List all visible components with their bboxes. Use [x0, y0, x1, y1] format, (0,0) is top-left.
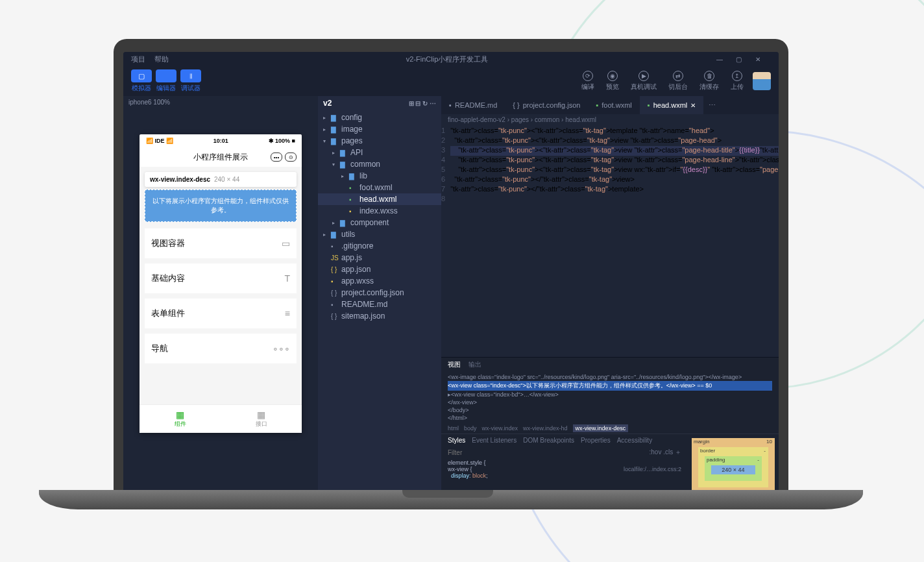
action-上传[interactable]: ↥上传 — [731, 71, 744, 92]
laptop-frame: 项目 帮助 v2-FinClip小程序开发工具 —▢✕ ▢模拟器编辑器⫴调试器 … — [114, 39, 788, 493]
explorer-actions[interactable]: ⊞ ⊟ ↻ ⋯ — [409, 100, 436, 107]
code-editor[interactable]: 12345678 "tk-attr">class="tk-punc"><"tk-… — [441, 125, 779, 357]
item-icon: ∘∘∘ — [273, 343, 290, 354]
editor-tabbar: ▪README.md{ }project.config.json▪foot.wx… — [441, 96, 779, 114]
breadcrumb-item[interactable]: common — [535, 116, 565, 123]
close-icon[interactable]: ✕ — [690, 102, 696, 109]
css-rules[interactable]: element.style {</span>.index-desc {</div… — [441, 458, 688, 480]
box-model: margin10 border- padding- 240 × 44 — [688, 434, 779, 493]
tabbar-item[interactable]: ▦接口 — [221, 405, 302, 433]
styles-subtab[interactable]: Properties — [581, 437, 611, 444]
dom-crumb[interactable]: wx-view.index-desc — [573, 424, 629, 432]
action-编译[interactable]: ⟳编译 — [581, 71, 594, 92]
tree-folder[interactable]: ▸▇config — [318, 112, 441, 123]
inspect-tooltip: wx-view.index-desc240 × 44 — [145, 172, 297, 187]
dom-node[interactable]: </body> — [448, 406, 772, 414]
dom-crumb[interactable]: wx-view.index — [482, 425, 518, 432]
tree-file[interactable]: JSapp.js — [318, 252, 441, 263]
devtools-tab[interactable]: 视图 — [448, 360, 461, 369]
tree-file[interactable]: ▪.gitignore — [318, 240, 441, 252]
action-真机调试[interactable]: ▶真机调试 — [631, 71, 657, 92]
menubar: 项目 帮助 v2-FinClip小程序开发工具 —▢✕ — [123, 52, 779, 66]
breadcrumb: fino-applet-demo-v2pagescommonhead.wxml — [441, 114, 779, 125]
explorer-root[interactable]: v2 — [323, 99, 332, 108]
styles-filter-input[interactable] — [448, 448, 650, 457]
tree-file[interactable]: ▪app.wxss — [318, 275, 441, 287]
simulator-device-label: iphone6 100% — [123, 96, 318, 108]
tree-folder[interactable]: ▸▇utils — [318, 228, 441, 240]
tree-folder[interactable]: ▸▇image — [318, 123, 441, 135]
statusbar-left: 📶 IDE 📶 — [146, 138, 173, 144]
action-切后台[interactable]: ⇄切后台 — [668, 71, 688, 92]
toolbar: ▢模拟器编辑器⫴调试器 ⟳编译◉预览▶真机调试⇄切后台🗑清缓存↥上传 — [123, 66, 779, 96]
tree-folder[interactable]: ▸▇lib — [318, 170, 441, 182]
dom-node[interactable]: <wx-view class="index-desc">以下将展示小程序官方组件… — [448, 381, 772, 391]
window-controls[interactable]: —▢✕ — [716, 56, 771, 63]
phone-preview: 📶 IDE 📶 10:01 ✱ 100% ■ 小程序组件展示 ••• ⊙ — [140, 134, 302, 433]
list-item[interactable]: 基础内容T — [145, 263, 297, 293]
editor-tab[interactable]: { }project.config.json — [505, 96, 588, 114]
tree-folder[interactable]: ▸▇API — [318, 147, 441, 158]
editor-tab[interactable]: ▪README.md — [441, 96, 505, 114]
statusbar-battery: ✱ 100% ■ — [269, 138, 295, 144]
styles-subtab[interactable]: DOM Breakpoints — [523, 437, 574, 444]
capsule-close-icon[interactable]: ⊙ — [285, 153, 297, 162]
dom-crumb[interactable]: html — [448, 425, 459, 432]
list-item[interactable]: 视图容器▭ — [145, 228, 297, 258]
highlighted-element: 以下将展示小程序官方组件能力，组件样式仅供参考。 — [145, 189, 297, 222]
tree-folder[interactable]: ▸▇component — [318, 217, 441, 228]
statusbar-time: 10:01 — [213, 138, 228, 144]
dom-node[interactable]: <wx-image class="index-logo" src="../res… — [448, 373, 772, 381]
styles-subtab[interactable]: Event Listeners — [472, 437, 517, 444]
editor-tab[interactable]: ▪head.wxml✕ — [640, 96, 703, 114]
tree-file[interactable]: { }project.config.json — [318, 287, 441, 299]
breadcrumb-item[interactable]: head.wxml — [565, 116, 596, 123]
styles-filter-actions[interactable]: :hov .cls ＋ — [650, 448, 681, 457]
capsule-menu-icon[interactable]: ••• — [271, 153, 282, 162]
dom-crumb[interactable]: wx-view.index-hd — [523, 425, 568, 432]
tree-folder[interactable]: ▾▇pages — [318, 135, 441, 147]
action-预览[interactable]: ◉预览 — [606, 71, 619, 92]
menu-project[interactable]: 项目 — [131, 55, 145, 64]
breadcrumb-item[interactable]: pages — [511, 116, 535, 123]
item-icon: T — [284, 273, 290, 284]
devtools-tab[interactable]: 输出 — [468, 360, 481, 369]
tree-folder[interactable]: ▾▇common — [318, 158, 441, 170]
page-title: 小程序组件展示 — [193, 152, 248, 163]
dom-crumb[interactable]: body — [464, 425, 477, 432]
mode-编辑器[interactable]: 编辑器 — [156, 69, 176, 93]
dom-node[interactable]: </wx-view> — [448, 398, 772, 406]
tree-file[interactable]: ▪README.md — [318, 299, 441, 310]
simulator-pane: iphone6 100% 📶 IDE 📶 10:01 ✱ 100% ■ 小程序组… — [123, 96, 318, 493]
action-清缓存[interactable]: 🗑清缓存 — [699, 71, 719, 92]
tabbar-item[interactable]: ▦组件 — [140, 405, 221, 433]
dom-node[interactable]: </html> — [448, 414, 772, 422]
dom-tree[interactable]: <wx-image class="index-logo" src="../res… — [441, 372, 779, 423]
ide-window: 项目 帮助 v2-FinClip小程序开发工具 —▢✕ ▢模拟器编辑器⫴调试器 … — [123, 52, 779, 493]
editor-area: ▪README.md{ }project.config.json▪foot.wx… — [441, 96, 779, 493]
mode-调试器[interactable]: ⫴调试器 — [180, 69, 201, 93]
list-item[interactable]: 导航∘∘∘ — [145, 334, 297, 363]
tree-file[interactable]: ▪foot.wxml — [318, 182, 441, 193]
tree-file[interactable]: { }app.json — [318, 263, 441, 275]
tree-file[interactable]: ▪head.wxml — [318, 193, 441, 205]
dom-node[interactable]: ▸<wx-view class="index-bd">…</wx-view> — [448, 391, 772, 398]
list-item[interactable]: 表单组件≡ — [145, 299, 297, 328]
mode-模拟器[interactable]: ▢模拟器 — [131, 69, 152, 93]
styles-subtab[interactable]: Styles — [448, 437, 465, 444]
item-icon: ≡ — [285, 308, 290, 319]
breadcrumb-item[interactable]: fino-applet-demo-v2 — [448, 116, 511, 123]
styles-subtab[interactable]: Accessibility — [617, 437, 652, 444]
dom-crumbs[interactable]: htmlbodywx-view.indexwx-view.index-hdwx-… — [441, 423, 779, 434]
file-explorer: v2 ⊞ ⊟ ↻ ⋯ ▸▇config▸▇image▾▇pages▸▇API▾▇… — [318, 96, 441, 493]
tree-file[interactable]: { }sitemap.json — [318, 310, 441, 322]
window-title: v2-FinClip小程序开发工具 — [178, 55, 716, 64]
editor-tab[interactable]: ▪foot.wxml — [588, 96, 639, 114]
menu-help[interactable]: 帮助 — [154, 55, 169, 64]
tab-more-icon[interactable]: ⋯ — [703, 101, 721, 110]
avatar[interactable] — [753, 72, 771, 90]
tree-file[interactable]: ▪index.wxss — [318, 205, 441, 217]
item-icon: ▭ — [282, 238, 290, 249]
laptop-notch — [402, 490, 493, 498]
devtools: 视图输出 <wx-image class="index-logo" src=".… — [441, 357, 779, 493]
